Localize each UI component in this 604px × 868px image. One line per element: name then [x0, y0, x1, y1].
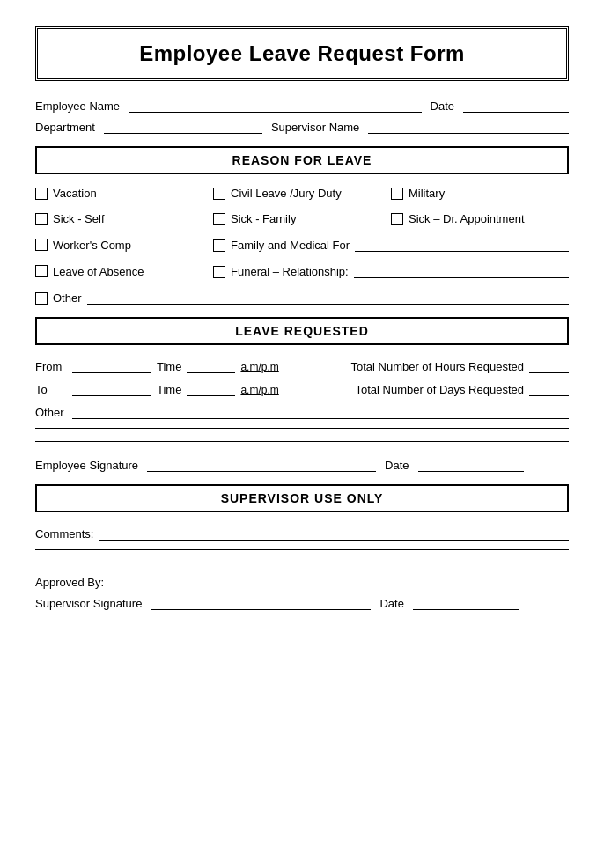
funeral-relationship-field[interactable]: [354, 264, 569, 278]
employee-name-row: Employee Name Date: [35, 97, 569, 113]
to-time-field[interactable]: [187, 380, 235, 396]
supervisor-sig-field[interactable]: [151, 594, 371, 610]
days-label: Total Number of Days Requested: [356, 383, 524, 396]
workers-comp-checkbox-box[interactable]: [35, 239, 48, 251]
other-leave-label: Other: [35, 406, 67, 419]
supervisor-sig-label: Supervisor Signature: [35, 597, 142, 610]
checkbox-leave-absence[interactable]: Leave of Absence: [35, 264, 213, 278]
checkbox-family-medical[interactable]: Family and Medical For: [213, 238, 569, 252]
employee-sig-date-label: Date: [385, 459, 409, 472]
civil-leave-label: Civil Leave /Jury Duty: [231, 187, 342, 200]
checkbox-sick-dr[interactable]: Sick – Dr. Appointment: [391, 212, 569, 225]
other-label: Other: [53, 291, 82, 305]
to-label: To: [35, 383, 67, 396]
leave-requested-header: LEAVE REQUESTED: [35, 317, 569, 345]
supervisor-sig-row: Supervisor Signature Date: [35, 594, 569, 610]
days-right: Total Number of Days Requested: [356, 380, 569, 396]
other-checkbox-box[interactable]: [35, 292, 48, 305]
from-time-field[interactable]: [187, 357, 235, 373]
military-label: Military: [409, 187, 445, 200]
checkboxes-grid: Vacation Civil Leave /Jury Duty Military…: [35, 187, 569, 305]
divider-1: [35, 428, 569, 429]
sick-dr-label: Sick – Dr. Appointment: [409, 212, 525, 225]
hours-right: Total Number of Hours Requested: [350, 357, 569, 373]
employee-name-label: Employee Name: [35, 99, 120, 113]
checkbox-workers-comp[interactable]: Worker's Comp: [35, 238, 213, 252]
other-text-field[interactable]: [87, 291, 569, 305]
comments-divider2: [35, 563, 569, 563]
comments-row: Comments:: [35, 525, 569, 541]
comments-label: Comments:: [35, 527, 93, 541]
department-label: Department: [35, 121, 95, 134]
leave-absence-checkbox-box[interactable]: [35, 265, 48, 277]
military-checkbox-box[interactable]: [391, 188, 403, 200]
civil-leave-checkbox-box[interactable]: [213, 188, 225, 200]
sick-self-checkbox-box[interactable]: [35, 213, 48, 225]
date-label: Date: [431, 99, 454, 113]
sick-self-label: Sick - Self: [53, 212, 105, 225]
hours-field[interactable]: [529, 357, 569, 373]
vacation-checkbox-box[interactable]: [35, 188, 48, 200]
sick-family-label: Sick - Family: [231, 212, 296, 225]
from-date-field[interactable]: [72, 357, 151, 373]
other-leave-field[interactable]: [72, 403, 569, 419]
checkbox-sick-self[interactable]: Sick - Self: [35, 212, 213, 225]
to-ampm: a.m/p.m: [240, 384, 278, 396]
employee-sig-row: Employee Signature Date: [35, 456, 569, 472]
employee-sig-field[interactable]: [147, 456, 376, 472]
employee-name-field[interactable]: [129, 97, 421, 113]
date-field[interactable]: [463, 97, 569, 113]
hours-label: Total Number of Hours Requested: [350, 360, 524, 373]
employee-sig-date-field[interactable]: [418, 456, 524, 472]
supervisor-name-label: Supervisor Name: [271, 121, 359, 134]
checkbox-military[interactable]: Military: [391, 187, 569, 200]
form-title: Employee Leave Request Form: [47, 41, 557, 66]
checkbox-sick-family[interactable]: Sick - Family: [213, 212, 391, 225]
reason-section-header: REASON FOR LEAVE: [35, 146, 569, 174]
supervisor-date-label: Date: [379, 597, 403, 610]
leave-requested-grid: From Time a.m/p.m Total Number of Hours …: [35, 357, 569, 419]
funeral-label: Funeral – Relationship:: [231, 265, 349, 278]
from-time-label: Time: [157, 360, 181, 373]
comments-divider: [35, 549, 569, 550]
from-ampm: a.m/p.m: [240, 361, 278, 373]
to-date-field[interactable]: [72, 380, 151, 396]
supervisor-name-field[interactable]: [368, 118, 569, 134]
family-medical-label: Family and Medical For: [231, 239, 350, 252]
divider-2: [35, 441, 569, 442]
from-row: From Time a.m/p.m Total Number of Hours …: [35, 357, 569, 373]
supervisor-section-header: SUPERVISOR USE ONLY: [35, 484, 569, 512]
comments-field[interactable]: [99, 525, 569, 541]
leave-absence-label: Leave of Absence: [53, 265, 144, 278]
other-leave-row: Other: [35, 403, 569, 419]
sick-dr-checkbox-box[interactable]: [391, 213, 403, 225]
checkbox-funeral[interactable]: Funeral – Relationship:: [213, 264, 569, 278]
supervisor-section: Comments: Approved By: Supervisor Signat…: [35, 525, 569, 610]
from-label: From: [35, 360, 67, 373]
approved-label: Approved By:: [35, 576, 569, 589]
family-medical-field[interactable]: [355, 238, 569, 252]
supervisor-date-field[interactable]: [413, 594, 519, 610]
family-medical-checkbox-box[interactable]: [213, 239, 225, 252]
employee-sig-label: Employee Signature: [35, 459, 138, 472]
vacation-label: Vacation: [53, 187, 97, 200]
workers-comp-label: Worker's Comp: [53, 239, 131, 252]
days-field[interactable]: [529, 380, 569, 396]
to-time-label: Time: [157, 383, 181, 396]
form-title-box: Employee Leave Request Form: [35, 26, 569, 81]
checkbox-vacation[interactable]: Vacation: [35, 187, 213, 200]
funeral-checkbox-box[interactable]: [213, 266, 225, 278]
sick-family-checkbox-box[interactable]: [213, 213, 225, 225]
to-row: To Time a.m/p.m Total Number of Days Req…: [35, 380, 569, 396]
checkbox-other[interactable]: Other: [35, 291, 569, 305]
checkbox-civil-leave[interactable]: Civil Leave /Jury Duty: [213, 187, 391, 200]
department-field[interactable]: [104, 118, 262, 134]
department-row: Department Supervisor Name: [35, 118, 569, 134]
